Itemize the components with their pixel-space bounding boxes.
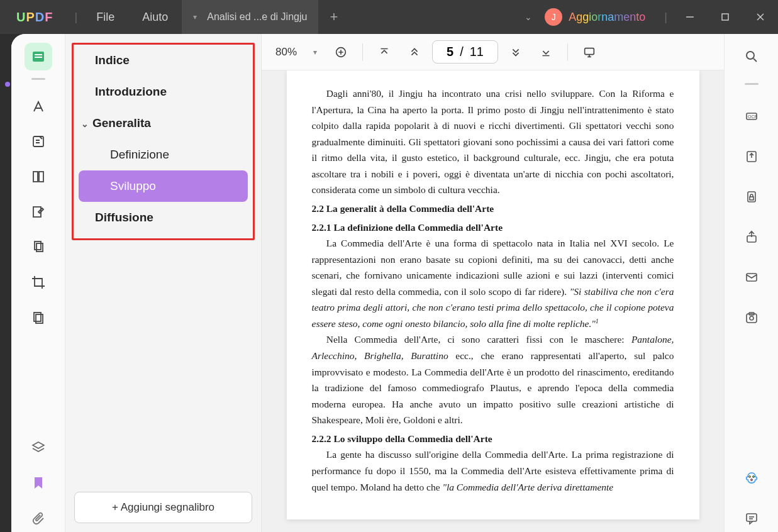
window-maximize[interactable]	[708, 0, 743, 34]
svg-rect-32	[750, 197, 753, 200]
add-bookmark-button[interactable]: + Aggiungi segnalibro	[74, 492, 252, 523]
rail-collapse-icon[interactable]	[31, 78, 45, 80]
separator	[567, 43, 568, 61]
doc-heading-2-2: 2.2 La generalit à della Commedia dell'A…	[312, 201, 674, 217]
svg-point-39	[752, 476, 754, 478]
ai-assistant-button[interactable]	[738, 464, 765, 492]
outline-item-introduzione[interactable]: Introduzione	[74, 76, 253, 108]
outline-item-indice[interactable]: Indice	[74, 45, 253, 76]
svg-point-26	[747, 52, 754, 59]
zoom-fit-button[interactable]	[328, 40, 353, 65]
add-tab-button[interactable]: +	[318, 9, 349, 25]
doc-toolbar: 80% ▾ 5 / 11	[262, 34, 724, 70]
page-view-button[interactable]	[25, 163, 52, 191]
document-scroll[interactable]: Dagli anni'80, il Jingju ha incontrato u…	[262, 70, 724, 532]
compress-button[interactable]	[25, 304, 52, 331]
doc-paragraph: Dagli anni'80, il Jingju ha incontrato u…	[312, 86, 674, 198]
svg-rect-34	[747, 274, 757, 281]
page-separator: /	[460, 45, 464, 59]
svg-point-36	[750, 316, 753, 320]
window-close[interactable]	[743, 0, 778, 34]
outline-item-definizione[interactable]: Definizione	[74, 139, 253, 170]
app-body: Indice Introduzione ⌄Generalita Definizi…	[11, 34, 778, 532]
outline-panel: Indice Introduzione ⌄Generalita Definizi…	[65, 34, 262, 532]
zoom-level[interactable]: 80%	[270, 46, 302, 58]
attachment-button[interactable]	[25, 504, 52, 532]
doc-quote: "la Commedia dell'Arte deriva direttamen…	[442, 482, 613, 492]
window-minimize[interactable]	[672, 0, 708, 34]
right-rail: OCR	[724, 34, 778, 532]
zoom-dropdown-icon[interactable]: ▾	[307, 48, 323, 57]
divider: |	[659, 11, 672, 24]
organize-pages-button[interactable]	[25, 233, 52, 261]
share-button[interactable]	[738, 223, 765, 251]
doc-paragraph: La gente ha discusso sull'origine della …	[312, 446, 674, 495]
chevron-down-icon: ⌄	[81, 119, 89, 129]
document-tab[interactable]: ▾ Analisi ed ...e di Jingju	[182, 0, 318, 34]
center-area: 80% ▾ 5 / 11 Dagli anni'80, il Jingju ha…	[262, 34, 724, 532]
page-indicator[interactable]: 5 / 11	[432, 40, 498, 64]
tab-menu-icon: ▾	[193, 13, 197, 21]
titlebar-dropdown-icon[interactable]: ⌄	[512, 12, 545, 22]
titlebar: UPDF | File Aiuto ▾ Analisi ed ...e di J…	[0, 0, 778, 34]
svg-rect-12	[39, 172, 43, 182]
menu-file[interactable]: File	[82, 0, 128, 34]
outline-item-sviluppo[interactable]: Sviluppo	[79, 170, 248, 202]
outline-item-generalita[interactable]: ⌄Generalita	[74, 108, 253, 139]
app-logo: UPDF	[0, 10, 69, 25]
protect-button[interactable]	[738, 183, 765, 211]
svg-point-40	[750, 479, 752, 481]
first-page-button[interactable]	[372, 40, 397, 65]
upgrade-link[interactable]: Aggiornamento	[569, 11, 645, 24]
menu-help[interactable]: Aiuto	[128, 0, 182, 34]
svg-line-27	[753, 58, 757, 62]
search-button[interactable]	[738, 43, 765, 70]
left-rail	[11, 34, 65, 532]
svg-text:OCR: OCR	[748, 114, 758, 119]
highlight-tool-button[interactable]	[25, 92, 52, 120]
footnote-ref: 1	[596, 318, 599, 324]
tab-title: Analisi ed ...e di Jingju	[207, 11, 307, 23]
svg-rect-14	[35, 241, 41, 250]
crop-tool-button[interactable]	[25, 269, 52, 296]
chat-button[interactable]	[738, 504, 765, 532]
page-current: 5	[447, 45, 453, 59]
email-button[interactable]	[738, 263, 765, 291]
edit-tool-button[interactable]	[25, 198, 52, 226]
comment-tool-button[interactable]	[25, 128, 52, 155]
logo-f: F	[45, 10, 53, 24]
layers-button[interactable]	[25, 434, 52, 462]
pdf-page: Dagli anni'80, il Jingju ha incontrato u…	[287, 70, 699, 519]
logo-d: D	[35, 10, 45, 24]
svg-rect-15	[36, 243, 43, 252]
ocr-button[interactable]: OCR	[738, 103, 765, 130]
doc-heading-2-2-1: 2.2.1 La definizione della Commedia dell…	[312, 219, 674, 236]
svg-rect-23	[585, 48, 594, 54]
reader-mode-button[interactable]	[25, 43, 52, 70]
doc-text: Nella Commedia dell'Arte, ci sono caratt…	[326, 334, 631, 345]
prev-page-button[interactable]	[402, 40, 427, 65]
svg-point-38	[748, 476, 750, 478]
presentation-button[interactable]	[577, 40, 602, 65]
doc-heading-2-2-2: 2.2.2 Lo sviluppo della Commedia dell'Ar…	[312, 431, 674, 447]
svg-rect-41	[747, 514, 757, 521]
convert-button[interactable]	[738, 143, 765, 170]
svg-rect-13	[33, 207, 41, 217]
outline-item-diffusione[interactable]: Diffusione	[74, 202, 253, 233]
separator	[362, 43, 363, 61]
logo-u: U	[16, 10, 26, 24]
accent-dot	[5, 82, 10, 87]
svg-rect-5	[35, 54, 42, 55]
last-page-button[interactable]	[533, 40, 558, 65]
doc-text: ecc., che erano rappresentati all'aperto…	[312, 350, 674, 425]
doc-paragraph: Nella Commedia dell'Arte, ci sono caratt…	[312, 331, 674, 428]
outline-item-label: Generalita	[92, 116, 151, 130]
rail-collapse-icon[interactable]	[745, 83, 759, 85]
save-button[interactable]	[738, 304, 765, 331]
next-page-button[interactable]	[503, 40, 528, 65]
avatar[interactable]: J	[545, 8, 562, 26]
svg-rect-11	[33, 172, 38, 182]
logo-p: P	[26, 10, 35, 24]
bookmark-panel-button[interactable]	[25, 469, 52, 497]
page-total: 11	[470, 45, 484, 59]
